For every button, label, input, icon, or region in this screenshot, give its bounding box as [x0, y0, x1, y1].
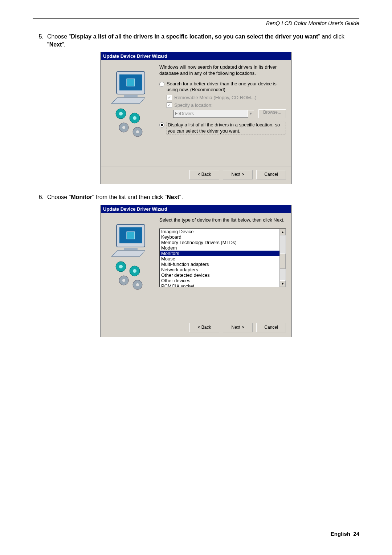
checkbox-specify-location: ✓ Specify a location:	[167, 102, 286, 108]
list-item[interactable]: Imaging Device	[160, 229, 279, 234]
list-item[interactable]: Keyboard	[160, 234, 279, 240]
radio-search-better[interactable]: Search for a better driver than the one …	[159, 81, 286, 93]
next-button[interactable]: Next >	[223, 170, 253, 179]
path-combobox: F:\Drivers	[173, 110, 248, 118]
list-item[interactable]: Network adapters	[160, 267, 279, 272]
svg-point-19	[133, 269, 136, 273]
svg-point-7	[133, 116, 136, 120]
list-item[interactable]: PCMCIA socket	[160, 283, 279, 287]
back-button[interactable]: < Back	[189, 170, 219, 179]
svg-rect-15	[124, 248, 138, 250]
browse-button: Browse...	[258, 109, 286, 118]
dialog2-intro: Select the type of device from the list …	[159, 217, 286, 223]
dialog-driver-search: Update Device Driver Wizard	[101, 52, 291, 184]
dialog-device-type: Update Device Driver Wizard	[101, 205, 291, 337]
list-item[interactable]: Multi-function adapters	[160, 262, 279, 267]
list-item[interactable]: Other detected devices	[160, 272, 279, 278]
list-item[interactable]: Monitors	[160, 251, 279, 256]
list-item[interactable]: Memory Technology Drivers (MTDs)	[160, 240, 279, 245]
checkbox-removable-media: ✓ Removable Media (Floppy, CD-ROM...)	[167, 95, 286, 100]
cancel-button[interactable]: Cancel	[256, 323, 286, 332]
chevron-down-icon: ▼	[248, 110, 254, 117]
header-title: BenQ LCD Color Monitor User's Guide	[33, 20, 359, 26]
svg-point-5	[119, 112, 123, 116]
scroll-up-icon[interactable]: ▲	[280, 229, 286, 235]
wizard-graphic	[105, 64, 157, 162]
step-6-text: Choose "Monitor" from the list and then …	[47, 193, 359, 201]
step-6-number: 6.	[33, 193, 47, 201]
wizard-graphic	[105, 217, 157, 315]
next-button[interactable]: Next >	[223, 323, 253, 332]
svg-rect-14	[127, 232, 135, 239]
svg-point-21	[122, 279, 125, 282]
dialog1-title: Update Device Driver Wizard	[101, 52, 291, 60]
dialog2-title: Update Device Driver Wizard	[101, 205, 291, 213]
step-5-text: Choose "Display a list of all the driver…	[47, 33, 359, 48]
svg-rect-2	[127, 79, 135, 86]
svg-point-17	[119, 265, 123, 268]
svg-point-11	[136, 130, 139, 133]
checkbox-icon: ✓	[167, 102, 172, 108]
radio-icon	[159, 82, 164, 87]
page-footer: English 24	[33, 531, 359, 537]
scroll-down-icon[interactable]: ▼	[280, 280, 286, 287]
dialog1-intro: Windows will now search for updated driv…	[159, 64, 286, 77]
step-5-number: 5.	[33, 33, 47, 48]
radio-display-list[interactable]: Display a list of all the drivers in a s…	[159, 122, 286, 134]
step-6: 6. Choose "Monitor" from the list and th…	[33, 193, 359, 201]
device-type-listbox[interactable]: Imaging DeviceKeyboardMemory Technology …	[159, 228, 286, 287]
listbox-scrollbar[interactable]: ▲ ▼	[279, 229, 286, 287]
scroll-thumb[interactable]	[280, 254, 286, 269]
list-item[interactable]: Other devices	[160, 278, 279, 283]
list-item[interactable]: Modem	[160, 245, 279, 251]
cancel-button[interactable]: Cancel	[256, 170, 286, 179]
svg-point-9	[122, 126, 125, 129]
step-5: 5. Choose "Display a list of all the dri…	[33, 33, 359, 48]
list-item[interactable]: Mouse	[160, 256, 279, 262]
back-button[interactable]: < Back	[189, 323, 219, 332]
checkbox-icon: ✓	[167, 95, 172, 100]
svg-rect-3	[124, 95, 138, 97]
radio-icon	[159, 122, 164, 127]
svg-point-23	[136, 283, 139, 286]
